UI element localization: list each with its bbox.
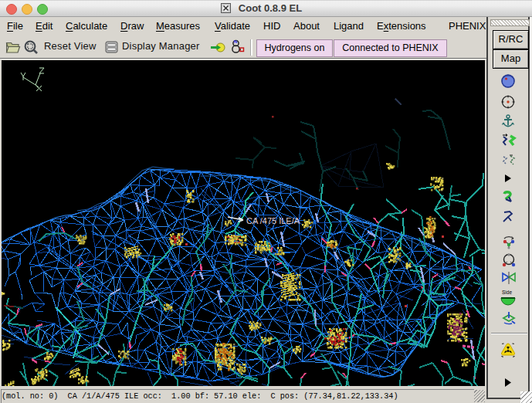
svg-text:N: N xyxy=(234,39,237,44)
svg-text:CA /475 ILE/A: CA /475 ILE/A xyxy=(246,216,300,225)
svg-text:Side: Side xyxy=(502,290,512,295)
